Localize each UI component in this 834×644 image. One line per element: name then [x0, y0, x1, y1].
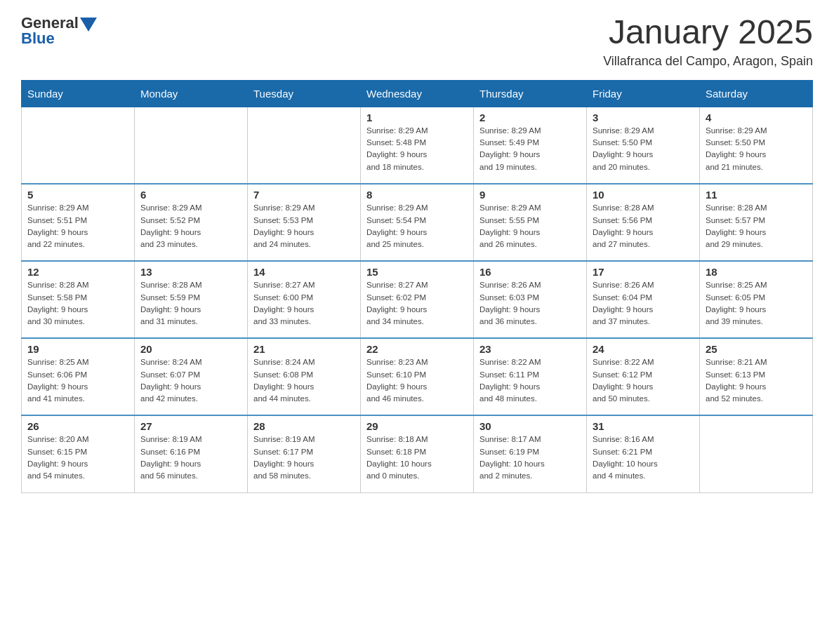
day-info: Sunrise: 8:27 AM Sunset: 6:00 PM Dayligh… — [253, 279, 355, 328]
day-number: 9 — [479, 189, 581, 201]
day-number: 23 — [479, 343, 581, 355]
day-info: Sunrise: 8:29 AM Sunset: 5:52 PM Dayligh… — [140, 202, 241, 250]
calendar-day-cell: 8Sunrise: 8:29 AM Sunset: 5:54 PM Daylig… — [361, 184, 474, 261]
calendar-day-cell: 6Sunrise: 8:29 AM Sunset: 5:52 PM Daylig… — [135, 184, 248, 261]
calendar-day-cell: 3Sunrise: 8:29 AM Sunset: 5:50 PM Daylig… — [587, 107, 700, 184]
calendar-week-row: 26Sunrise: 8:20 AM Sunset: 6:15 PM Dayli… — [22, 415, 813, 492]
calendar-day-cell: 10Sunrise: 8:28 AM Sunset: 5:56 PM Dayli… — [587, 184, 700, 261]
day-info: Sunrise: 8:28 AM Sunset: 5:56 PM Dayligh… — [593, 202, 694, 250]
day-info: Sunrise: 8:29 AM Sunset: 5:48 PM Dayligh… — [366, 125, 468, 173]
calendar-day-cell: 19Sunrise: 8:25 AM Sunset: 6:06 PM Dayli… — [22, 338, 135, 415]
day-info: Sunrise: 8:29 AM Sunset: 5:50 PM Dayligh… — [706, 125, 807, 173]
day-number: 7 — [253, 189, 355, 201]
title-section: January 2025 Villafranca del Campo, Arag… — [603, 14, 813, 69]
calendar-day-cell: 4Sunrise: 8:29 AM Sunset: 5:50 PM Daylig… — [700, 107, 813, 184]
calendar-day-cell: 24Sunrise: 8:22 AM Sunset: 6:12 PM Dayli… — [587, 338, 700, 415]
day-number: 1 — [366, 112, 468, 123]
calendar-day-cell: 5Sunrise: 8:29 AM Sunset: 5:51 PM Daylig… — [22, 184, 135, 261]
day-info: Sunrise: 8:16 AM Sunset: 6:21 PM Dayligh… — [593, 434, 694, 482]
logo-arrow-icon — [80, 18, 97, 32]
day-info: Sunrise: 8:28 AM Sunset: 5:59 PM Dayligh… — [140, 279, 241, 328]
day-number: 21 — [253, 343, 355, 355]
calendar-table: SundayMondayTuesdayWednesdayThursdayFrid… — [21, 80, 813, 493]
calendar-empty-cell — [248, 107, 361, 184]
day-number: 11 — [706, 189, 807, 201]
day-number: 12 — [27, 266, 128, 278]
day-info: Sunrise: 8:18 AM Sunset: 6:18 PM Dayligh… — [366, 434, 468, 482]
day-number: 10 — [593, 189, 694, 201]
day-number: 17 — [593, 266, 694, 278]
day-info: Sunrise: 8:29 AM Sunset: 5:53 PM Dayligh… — [253, 202, 355, 250]
day-info: Sunrise: 8:23 AM Sunset: 6:10 PM Dayligh… — [366, 356, 468, 405]
page-header: General Blue January 2025 Villafranca de… — [21, 14, 813, 69]
day-number: 5 — [27, 189, 128, 201]
day-info: Sunrise: 8:24 AM Sunset: 6:07 PM Dayligh… — [140, 356, 241, 405]
day-number: 20 — [140, 343, 241, 355]
day-info: Sunrise: 8:24 AM Sunset: 6:08 PM Dayligh… — [253, 356, 355, 405]
day-number: 28 — [253, 420, 355, 432]
calendar-week-row: 12Sunrise: 8:28 AM Sunset: 5:58 PM Dayli… — [22, 261, 813, 338]
calendar-day-cell: 11Sunrise: 8:28 AM Sunset: 5:57 PM Dayli… — [700, 184, 813, 261]
day-info: Sunrise: 8:21 AM Sunset: 6:13 PM Dayligh… — [706, 356, 807, 405]
day-info: Sunrise: 8:22 AM Sunset: 6:12 PM Dayligh… — [593, 356, 694, 405]
day-info: Sunrise: 8:26 AM Sunset: 6:03 PM Dayligh… — [479, 279, 581, 328]
calendar-day-cell: 12Sunrise: 8:28 AM Sunset: 5:58 PM Dayli… — [22, 261, 135, 338]
calendar-empty-cell — [700, 415, 813, 492]
day-number: 25 — [706, 343, 807, 355]
day-of-week-header: Friday — [587, 80, 700, 107]
calendar-empty-cell — [135, 107, 248, 184]
day-number: 16 — [479, 266, 581, 278]
day-info: Sunrise: 8:17 AM Sunset: 6:19 PM Dayligh… — [479, 434, 581, 482]
calendar-day-cell: 7Sunrise: 8:29 AM Sunset: 5:53 PM Daylig… — [248, 184, 361, 261]
calendar-day-cell: 13Sunrise: 8:28 AM Sunset: 5:59 PM Dayli… — [135, 261, 248, 338]
calendar-day-cell: 1Sunrise: 8:29 AM Sunset: 5:48 PM Daylig… — [361, 107, 474, 184]
day-info: Sunrise: 8:26 AM Sunset: 6:04 PM Dayligh… — [593, 279, 694, 328]
calendar-day-cell: 25Sunrise: 8:21 AM Sunset: 6:13 PM Dayli… — [700, 338, 813, 415]
day-number: 14 — [253, 266, 355, 278]
day-of-week-header: Thursday — [474, 80, 587, 107]
day-number: 19 — [27, 343, 128, 355]
day-info: Sunrise: 8:27 AM Sunset: 6:02 PM Dayligh… — [366, 279, 468, 328]
calendar-day-cell: 21Sunrise: 8:24 AM Sunset: 6:08 PM Dayli… — [248, 338, 361, 415]
day-number: 18 — [706, 266, 807, 278]
calendar-day-cell: 23Sunrise: 8:22 AM Sunset: 6:11 PM Dayli… — [474, 338, 587, 415]
day-info: Sunrise: 8:19 AM Sunset: 6:16 PM Dayligh… — [140, 434, 241, 482]
day-info: Sunrise: 8:25 AM Sunset: 6:06 PM Dayligh… — [27, 356, 128, 405]
calendar-week-row: 19Sunrise: 8:25 AM Sunset: 6:06 PM Dayli… — [22, 338, 813, 415]
day-info: Sunrise: 8:20 AM Sunset: 6:15 PM Dayligh… — [27, 434, 128, 482]
day-info: Sunrise: 8:19 AM Sunset: 6:17 PM Dayligh… — [253, 434, 355, 482]
day-info: Sunrise: 8:29 AM Sunset: 5:50 PM Dayligh… — [593, 125, 694, 173]
day-number: 31 — [593, 420, 694, 432]
day-number: 13 — [140, 266, 241, 278]
calendar-day-cell: 28Sunrise: 8:19 AM Sunset: 6:17 PM Dayli… — [248, 415, 361, 492]
calendar-empty-cell — [22, 107, 135, 184]
day-of-week-header: Sunday — [22, 80, 135, 107]
day-number: 22 — [366, 343, 468, 355]
day-info: Sunrise: 8:29 AM Sunset: 5:55 PM Dayligh… — [479, 202, 581, 250]
calendar-day-cell: 26Sunrise: 8:20 AM Sunset: 6:15 PM Dayli… — [22, 415, 135, 492]
day-number: 6 — [140, 189, 241, 201]
calendar-day-cell: 30Sunrise: 8:17 AM Sunset: 6:19 PM Dayli… — [474, 415, 587, 492]
logo-blue-text: Blue — [21, 29, 55, 48]
day-info: Sunrise: 8:28 AM Sunset: 5:58 PM Dayligh… — [27, 279, 128, 328]
calendar-day-cell: 14Sunrise: 8:27 AM Sunset: 6:00 PM Dayli… — [248, 261, 361, 338]
page-title: January 2025 — [603, 14, 813, 51]
day-info: Sunrise: 8:29 AM Sunset: 5:51 PM Dayligh… — [27, 202, 128, 250]
day-number: 26 — [27, 420, 128, 432]
calendar-week-row: 5Sunrise: 8:29 AM Sunset: 5:51 PM Daylig… — [22, 184, 813, 261]
day-number: 27 — [140, 420, 241, 432]
day-number: 3 — [593, 112, 694, 123]
day-of-week-header: Saturday — [700, 80, 813, 107]
calendar-day-cell: 9Sunrise: 8:29 AM Sunset: 5:55 PM Daylig… — [474, 184, 587, 261]
day-info: Sunrise: 8:29 AM Sunset: 5:54 PM Dayligh… — [366, 202, 468, 250]
day-info: Sunrise: 8:25 AM Sunset: 6:05 PM Dayligh… — [706, 279, 807, 328]
day-of-week-header: Monday — [135, 80, 248, 107]
calendar-day-cell: 15Sunrise: 8:27 AM Sunset: 6:02 PM Dayli… — [361, 261, 474, 338]
day-info: Sunrise: 8:22 AM Sunset: 6:11 PM Dayligh… — [479, 356, 581, 405]
calendar-day-cell: 31Sunrise: 8:16 AM Sunset: 6:21 PM Dayli… — [587, 415, 700, 492]
day-info: Sunrise: 8:29 AM Sunset: 5:49 PM Dayligh… — [479, 125, 581, 173]
day-number: 4 — [706, 112, 807, 123]
day-number: 30 — [479, 420, 581, 432]
day-of-week-header: Wednesday — [361, 80, 474, 107]
calendar-day-cell: 22Sunrise: 8:23 AM Sunset: 6:10 PM Dayli… — [361, 338, 474, 415]
